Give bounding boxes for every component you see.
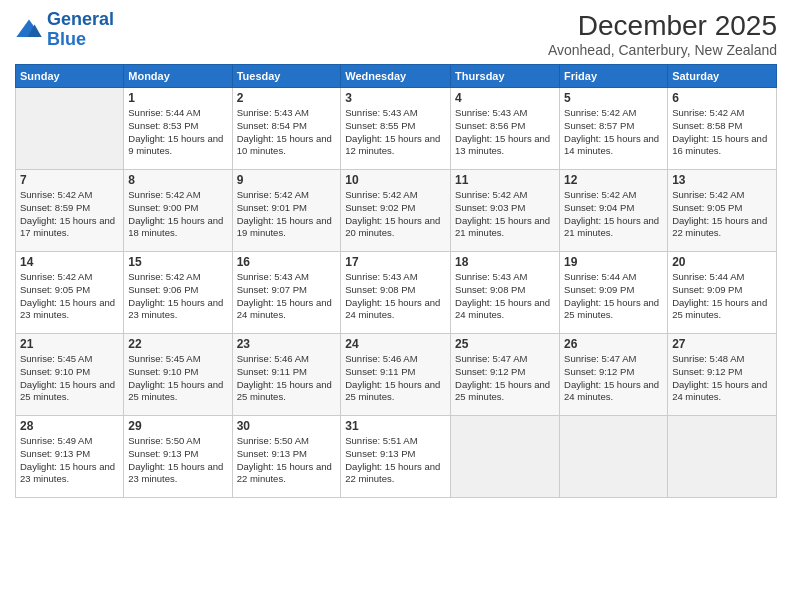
day-cell: 9Sunrise: 5:42 AMSunset: 9:01 PMDaylight… — [232, 170, 341, 252]
day-info: Sunrise: 5:48 AMSunset: 9:12 PMDaylight:… — [672, 353, 772, 404]
day-cell: 6Sunrise: 5:42 AMSunset: 8:58 PMDaylight… — [668, 88, 777, 170]
day-number: 16 — [237, 255, 337, 269]
header-row: SundayMondayTuesdayWednesdayThursdayFrid… — [16, 65, 777, 88]
day-number: 9 — [237, 173, 337, 187]
week-row-2: 7Sunrise: 5:42 AMSunset: 8:59 PMDaylight… — [16, 170, 777, 252]
day-number: 15 — [128, 255, 227, 269]
page: General Blue December 2025 Avonhead, Can… — [0, 0, 792, 612]
day-number: 12 — [564, 173, 663, 187]
col-header-thursday: Thursday — [451, 65, 560, 88]
day-info: Sunrise: 5:46 AMSunset: 9:11 PMDaylight:… — [345, 353, 446, 404]
day-info: Sunrise: 5:42 AMSunset: 9:04 PMDaylight:… — [564, 189, 663, 240]
day-info: Sunrise: 5:44 AMSunset: 8:53 PMDaylight:… — [128, 107, 227, 158]
col-header-monday: Monday — [124, 65, 232, 88]
day-number: 20 — [672, 255, 772, 269]
day-number: 31 — [345, 419, 446, 433]
day-cell: 20Sunrise: 5:44 AMSunset: 9:09 PMDayligh… — [668, 252, 777, 334]
day-number: 24 — [345, 337, 446, 351]
day-info: Sunrise: 5:43 AMSunset: 9:08 PMDaylight:… — [455, 271, 555, 322]
header: General Blue December 2025 Avonhead, Can… — [15, 10, 777, 58]
day-number: 30 — [237, 419, 337, 433]
day-info: Sunrise: 5:42 AMSunset: 8:58 PMDaylight:… — [672, 107, 772, 158]
day-cell: 11Sunrise: 5:42 AMSunset: 9:03 PMDayligh… — [451, 170, 560, 252]
day-cell: 24Sunrise: 5:46 AMSunset: 9:11 PMDayligh… — [341, 334, 451, 416]
day-number: 1 — [128, 91, 227, 105]
day-info: Sunrise: 5:45 AMSunset: 9:10 PMDaylight:… — [20, 353, 119, 404]
calendar-table: SundayMondayTuesdayWednesdayThursdayFrid… — [15, 64, 777, 498]
subtitle: Avonhead, Canterbury, New Zealand — [548, 42, 777, 58]
day-cell: 23Sunrise: 5:46 AMSunset: 9:11 PMDayligh… — [232, 334, 341, 416]
day-info: Sunrise: 5:43 AMSunset: 8:54 PMDaylight:… — [237, 107, 337, 158]
day-info: Sunrise: 5:42 AMSunset: 9:05 PMDaylight:… — [20, 271, 119, 322]
day-number: 19 — [564, 255, 663, 269]
day-cell: 5Sunrise: 5:42 AMSunset: 8:57 PMDaylight… — [560, 88, 668, 170]
day-info: Sunrise: 5:43 AMSunset: 9:07 PMDaylight:… — [237, 271, 337, 322]
day-info: Sunrise: 5:50 AMSunset: 9:13 PMDaylight:… — [237, 435, 337, 486]
day-info: Sunrise: 5:42 AMSunset: 8:57 PMDaylight:… — [564, 107, 663, 158]
day-number: 25 — [455, 337, 555, 351]
day-cell: 7Sunrise: 5:42 AMSunset: 8:59 PMDaylight… — [16, 170, 124, 252]
day-cell: 15Sunrise: 5:42 AMSunset: 9:06 PMDayligh… — [124, 252, 232, 334]
col-header-friday: Friday — [560, 65, 668, 88]
day-number: 3 — [345, 91, 446, 105]
logo-text: General Blue — [47, 10, 114, 50]
day-cell: 16Sunrise: 5:43 AMSunset: 9:07 PMDayligh… — [232, 252, 341, 334]
day-cell — [560, 416, 668, 498]
week-row-3: 14Sunrise: 5:42 AMSunset: 9:05 PMDayligh… — [16, 252, 777, 334]
day-number: 27 — [672, 337, 772, 351]
day-cell — [451, 416, 560, 498]
week-row-4: 21Sunrise: 5:45 AMSunset: 9:10 PMDayligh… — [16, 334, 777, 416]
day-info: Sunrise: 5:47 AMSunset: 9:12 PMDaylight:… — [455, 353, 555, 404]
day-number: 10 — [345, 173, 446, 187]
day-info: Sunrise: 5:42 AMSunset: 9:00 PMDaylight:… — [128, 189, 227, 240]
day-info: Sunrise: 5:42 AMSunset: 9:05 PMDaylight:… — [672, 189, 772, 240]
day-info: Sunrise: 5:42 AMSunset: 9:06 PMDaylight:… — [128, 271, 227, 322]
day-cell: 3Sunrise: 5:43 AMSunset: 8:55 PMDaylight… — [341, 88, 451, 170]
week-row-1: 1Sunrise: 5:44 AMSunset: 8:53 PMDaylight… — [16, 88, 777, 170]
logo-icon — [15, 16, 43, 44]
day-info: Sunrise: 5:45 AMSunset: 9:10 PMDaylight:… — [128, 353, 227, 404]
day-info: Sunrise: 5:43 AMSunset: 8:55 PMDaylight:… — [345, 107, 446, 158]
day-cell: 19Sunrise: 5:44 AMSunset: 9:09 PMDayligh… — [560, 252, 668, 334]
title-area: December 2025 Avonhead, Canterbury, New … — [548, 10, 777, 58]
day-cell: 18Sunrise: 5:43 AMSunset: 9:08 PMDayligh… — [451, 252, 560, 334]
day-info: Sunrise: 5:50 AMSunset: 9:13 PMDaylight:… — [128, 435, 227, 486]
day-number: 17 — [345, 255, 446, 269]
day-number: 28 — [20, 419, 119, 433]
day-number: 8 — [128, 173, 227, 187]
day-info: Sunrise: 5:42 AMSunset: 9:02 PMDaylight:… — [345, 189, 446, 240]
logo: General Blue — [15, 10, 114, 50]
day-info: Sunrise: 5:42 AMSunset: 8:59 PMDaylight:… — [20, 189, 119, 240]
day-number: 11 — [455, 173, 555, 187]
day-cell: 27Sunrise: 5:48 AMSunset: 9:12 PMDayligh… — [668, 334, 777, 416]
day-cell: 14Sunrise: 5:42 AMSunset: 9:05 PMDayligh… — [16, 252, 124, 334]
day-number: 4 — [455, 91, 555, 105]
day-info: Sunrise: 5:44 AMSunset: 9:09 PMDaylight:… — [564, 271, 663, 322]
day-cell — [668, 416, 777, 498]
logo-line2: Blue — [47, 29, 86, 49]
day-cell: 30Sunrise: 5:50 AMSunset: 9:13 PMDayligh… — [232, 416, 341, 498]
day-cell: 17Sunrise: 5:43 AMSunset: 9:08 PMDayligh… — [341, 252, 451, 334]
day-number: 22 — [128, 337, 227, 351]
day-number: 23 — [237, 337, 337, 351]
col-header-sunday: Sunday — [16, 65, 124, 88]
day-cell: 1Sunrise: 5:44 AMSunset: 8:53 PMDaylight… — [124, 88, 232, 170]
month-title: December 2025 — [548, 10, 777, 42]
day-cell: 8Sunrise: 5:42 AMSunset: 9:00 PMDaylight… — [124, 170, 232, 252]
day-cell: 29Sunrise: 5:50 AMSunset: 9:13 PMDayligh… — [124, 416, 232, 498]
day-number: 13 — [672, 173, 772, 187]
day-cell — [16, 88, 124, 170]
day-number: 2 — [237, 91, 337, 105]
day-info: Sunrise: 5:46 AMSunset: 9:11 PMDaylight:… — [237, 353, 337, 404]
day-info: Sunrise: 5:51 AMSunset: 9:13 PMDaylight:… — [345, 435, 446, 486]
day-number: 14 — [20, 255, 119, 269]
day-cell: 21Sunrise: 5:45 AMSunset: 9:10 PMDayligh… — [16, 334, 124, 416]
day-number: 5 — [564, 91, 663, 105]
day-number: 26 — [564, 337, 663, 351]
col-header-wednesday: Wednesday — [341, 65, 451, 88]
day-cell: 22Sunrise: 5:45 AMSunset: 9:10 PMDayligh… — [124, 334, 232, 416]
week-row-5: 28Sunrise: 5:49 AMSunset: 9:13 PMDayligh… — [16, 416, 777, 498]
logo-line1: General — [47, 9, 114, 29]
day-info: Sunrise: 5:49 AMSunset: 9:13 PMDaylight:… — [20, 435, 119, 486]
day-number: 7 — [20, 173, 119, 187]
